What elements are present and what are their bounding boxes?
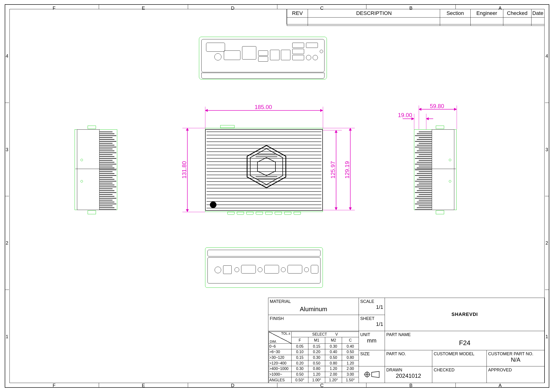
zone-col: D [231,6,234,11]
zone-row: 3 [6,147,8,152]
rev-cell [440,18,470,26]
zone-row: 3 [546,147,548,152]
tol-range: 0~6 [269,344,291,349]
rev-cell [308,18,440,26]
tb-partno: PART NO. [385,350,432,366]
tol-val: 0.10 [291,349,308,355]
rev-hdr-rev: REV [287,9,308,18]
tb-partname: PART NAME F24 [385,331,545,350]
zone-row: 1 [546,334,548,339]
tb-sheet: SHEET 1/1 [359,315,385,331]
tol-val: 0.40 [325,349,342,355]
tb-material: MATERIAL Aluminum [268,298,359,315]
zone-row: 4 [546,53,548,59]
revision-block: REV DESCRIPTION Section Engineer Checked… [287,9,545,24]
tol-val: 0.80 [342,355,359,360]
zone-col: E [142,6,145,11]
zone-col: B [409,6,412,11]
tol-val: 0.30 [308,355,325,360]
zone-row: 2 [6,240,8,246]
tol-val: 0.20 [291,360,308,366]
zone-col: C [320,6,324,11]
tb-size: SIZE [359,350,385,366]
tol-val: 3.00 [342,372,359,377]
tb-company: SHAREVDI [385,298,545,331]
tol-range: >400~1000 [269,366,291,372]
tol-val: 1.20 [308,372,325,377]
tol-val: 0.05 [291,344,308,349]
rev-cell [503,18,531,26]
tol-val: 0.15 [291,355,308,360]
tb-approved: APPROVED [487,366,545,383]
tol-range: >30~120 [269,355,291,360]
tol-val: 2.00 [325,372,342,377]
rev-hdr-checked: Checked [503,9,531,18]
tol-val: 1.20 [325,366,342,372]
zone-row: 2 [546,240,548,246]
rev-cell [470,18,503,26]
tol-val: 0.50 [291,372,308,377]
tol-val: 2.00 [342,366,359,372]
tb-custmodel: CUSTOMER MODEL [432,350,487,366]
tb-finish: FINISH [268,315,359,331]
tol-val: 1.20 [342,360,359,366]
tol-val: 0.30 [325,344,342,349]
tol-range: >6~30 [269,349,291,355]
tol-val: 0.50 [308,360,325,366]
rev-hdr-section: Section [440,9,470,18]
tol-val: 1.00° [308,377,325,383]
tol-val: 0.50° [291,377,308,383]
svg-marker-11 [372,371,379,378]
tol-val: 0.80 [308,366,325,372]
zone-col: F [53,6,55,11]
tol-val: 0.15 [308,344,325,349]
zone-col: E [142,383,145,388]
rev-cell [531,18,544,26]
zone-col: F [53,383,55,388]
zone-col: C [320,383,324,388]
svg-marker-2 [257,158,276,176]
zone-row: 1 [6,334,8,339]
tol-range: ANGLES [269,377,291,383]
tol-range: >1000~ [269,372,291,377]
tol-val: 0.40 [342,344,359,349]
zone-col: B [409,383,412,388]
rev-hdr-date: Date [531,9,544,18]
tol-range: >120~400 [269,360,291,366]
zone-col: A [499,6,502,11]
tol-val: 1.20° [325,377,342,383]
zone-col: A [499,383,502,388]
tb-drawn: DRAWN 20241012 [385,366,432,383]
tb-unit: UNIT mm [359,331,385,350]
tb-scale: SCALE 1/1 [359,298,385,315]
tol-val: 1.50° [342,377,359,383]
svg-marker-0 [247,146,286,188]
tb-custpart: CUSTOMER PART NO. N/A [487,350,545,366]
tb-checked: CHECKED [432,366,487,383]
tolerance-table: DIM. TOL.± SELECT V F M1 M2 C 0~60.050.1… [269,332,359,383]
tb-projection-icon [359,366,385,383]
rev-hdr-engineer: Engineer [470,9,503,18]
tol-val: 0.50 [325,355,342,360]
zone-row: 4 [6,53,8,59]
zone-col: D [231,383,234,388]
rev-cell [287,18,308,26]
tol-val: 0.20 [308,349,325,355]
tol-val: 0.30 [291,366,308,372]
rev-hdr-desc: DESCRIPTION [308,9,440,18]
tol-val: 0.80 [325,360,342,366]
hex-fan-cover-icon [244,144,289,189]
tol-val: 0.50 [342,349,359,355]
